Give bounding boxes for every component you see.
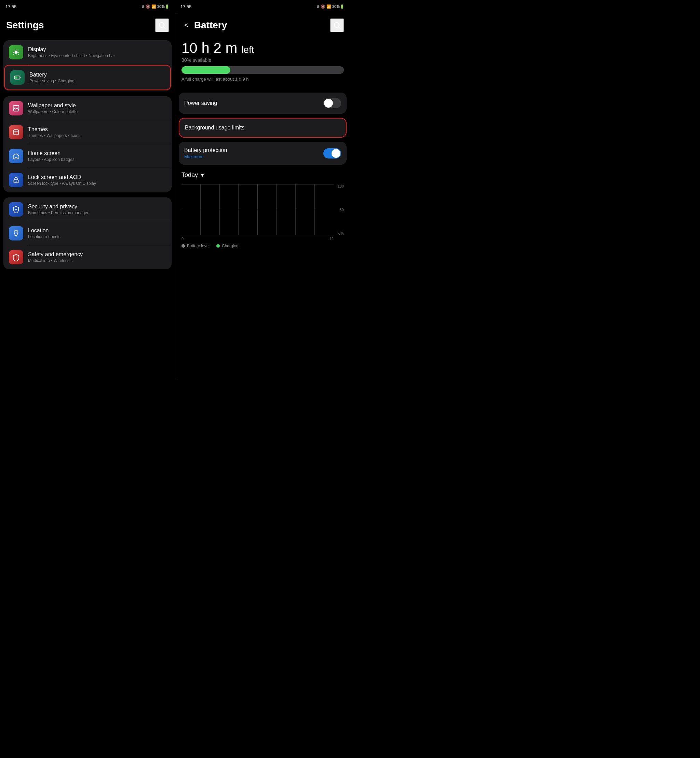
- lockscreen-subtitle: Screen lock type • Always On Display: [28, 181, 166, 186]
- chart-x-label-0: 0: [181, 237, 184, 241]
- settings-item-location[interactable]: Location Location requests: [3, 221, 172, 245]
- display-icon: [12, 48, 20, 56]
- battery-header-left: < Battery: [181, 19, 227, 31]
- chart-x-labels: 0 12: [181, 236, 344, 241]
- background-usage-item[interactable]: Background usage limits: [180, 119, 346, 137]
- battery-icon-bg: [10, 70, 25, 85]
- battery-title: Battery: [30, 72, 165, 78]
- svg-point-21: [16, 232, 17, 233]
- legend-dot-battery: [181, 244, 185, 248]
- background-usage-group: Background usage limits: [179, 118, 347, 138]
- back-button[interactable]: <: [181, 19, 191, 31]
- svg-line-10: [14, 54, 14, 55]
- battery-full-charge-text: A full charge will last about 1 d 9 h: [181, 76, 344, 82]
- display-icon-bg: [9, 45, 23, 59]
- themes-title: Themes: [28, 126, 166, 133]
- status-icons-right: ⊕ 🔇 📶 30%🔋: [317, 5, 345, 9]
- settings-item-display[interactable]: Display Brightness • Eye comfort shield …: [3, 40, 172, 64]
- themes-icon-bg: [9, 125, 23, 139]
- settings-search-button[interactable]: [155, 19, 169, 32]
- chart-x-label-12: 12: [330, 237, 334, 241]
- svg-point-24: [334, 23, 339, 27]
- today-label: Today: [181, 172, 198, 179]
- battery-percent-display: 30% available: [181, 58, 344, 63]
- today-chevron-icon[interactable]: ▼: [200, 173, 205, 178]
- svg-line-7: [14, 50, 14, 51]
- svg-line-8: [18, 54, 19, 55]
- battery-protection-group: Battery protection Maximum: [179, 142, 347, 165]
- settings-panel: Settings: [0, 13, 175, 379]
- chart-wrapper: 100 80 0% 0 12 Battery level: [181, 184, 344, 251]
- battery-protection-sublabel: Maximum: [184, 154, 227, 159]
- power-saving-label: Power saving: [184, 100, 217, 106]
- legend-label-battery: Battery level: [187, 243, 209, 248]
- display-subtitle: Brightness • Eye comfort shield • Naviga…: [28, 53, 166, 58]
- display-title: Display: [28, 47, 166, 53]
- safety-icon: [12, 253, 20, 261]
- settings-item-themes[interactable]: Themes Themes • Wallpapers • Icons: [3, 120, 172, 144]
- security-subtitle: Biometrics • Permission manager: [28, 211, 166, 215]
- themes-subtitle: Themes • Wallpapers • Icons: [28, 133, 166, 138]
- battery-protection-item[interactable]: Battery protection Maximum: [179, 142, 347, 165]
- lockscreen-icon: [12, 176, 20, 184]
- themes-icon: [12, 128, 20, 136]
- toggle-knob-protection: [331, 149, 341, 158]
- legend-label-charging: Charging: [222, 243, 239, 248]
- safety-title: Safety and emergency: [28, 251, 166, 257]
- status-bar-left: 17:55 ⊕ 🔇 📶 30%🔋: [0, 0, 175, 13]
- status-bar: 17:55 ⊕ 🔇 📶 30%🔋 17:55 ⊕ 🔇 📶 30%🔋: [0, 0, 350, 13]
- svg-line-1: [164, 27, 166, 29]
- lockscreen-title: Lock screen and AOD: [28, 174, 166, 180]
- homescreen-title: Home screen: [28, 150, 166, 156]
- svg-rect-12: [20, 77, 20, 78]
- settings-item-safety[interactable]: Safety and emergency Medical info • Wire…: [3, 245, 172, 269]
- safety-icon-bg: [9, 250, 23, 264]
- battery-title: Battery: [194, 20, 227, 31]
- battery-protection-label: Battery protection: [184, 147, 227, 153]
- settings-title: Settings: [6, 20, 44, 31]
- battery-item-text: Battery Power saving • Charging: [30, 72, 165, 83]
- search-icon: [158, 21, 166, 30]
- settings-header: Settings: [3, 13, 172, 40]
- battery-search-button[interactable]: [330, 19, 344, 32]
- legend-dot-charging: [216, 244, 220, 248]
- wallpaper-subtitle: Wallpapers • Colour palette: [28, 109, 166, 114]
- power-saving-item[interactable]: Power saving: [179, 92, 347, 114]
- battery-chart-svg: [181, 184, 334, 236]
- time-right: 17:55: [180, 4, 192, 9]
- settings-item-lockscreen[interactable]: Lock screen and AOD Screen lock type • A…: [3, 168, 172, 192]
- legend-charging: Charging: [216, 243, 239, 248]
- svg-point-20: [16, 181, 17, 182]
- location-item-text: Location Location requests: [28, 228, 166, 239]
- settings-item-battery[interactable]: Battery Power saving • Charging: [4, 65, 171, 90]
- battery-protection-toggle[interactable]: [323, 148, 341, 159]
- settings-item-wallpaper[interactable]: Wallpaper and style Wallpapers • Colour …: [3, 96, 172, 120]
- chart-legend: Battery level Charging: [181, 241, 344, 251]
- battery-bar-fill: [181, 66, 230, 74]
- homescreen-icon-bg: [9, 149, 23, 163]
- today-section: Today ▼: [179, 169, 347, 254]
- lockscreen-item-text: Lock screen and AOD Screen lock type • A…: [28, 174, 166, 186]
- battery-panel: < Battery 10 h 2 m left 30% available A …: [175, 13, 350, 379]
- settings-group-1: Display Brightness • Eye comfort shield …: [3, 40, 172, 91]
- power-saving-toggle[interactable]: [323, 98, 341, 108]
- security-title: Security and privacy: [28, 204, 166, 210]
- settings-item-security[interactable]: Security and privacy Biometrics • Permis…: [3, 197, 172, 221]
- homescreen-item-text: Home screen Layout • App icon badges: [28, 150, 166, 162]
- svg-rect-13: [15, 76, 17, 79]
- chart-y-labels: 100 80 0%: [334, 184, 344, 236]
- location-subtitle: Location requests: [28, 234, 166, 239]
- chart-y-label-80: 80: [340, 208, 344, 212]
- time-left: 17:55: [5, 4, 17, 9]
- security-icon-bg: [9, 202, 23, 217]
- settings-item-homescreen[interactable]: Home screen Layout • App icon badges: [3, 144, 172, 168]
- svg-point-2: [14, 51, 17, 54]
- battery-time-value: 10 h 2 m: [181, 40, 241, 56]
- battery-info-section: 10 h 2 m left 30% available A full charg…: [179, 40, 347, 92]
- toggle-knob-power-saving: [324, 99, 333, 108]
- safety-item-text: Safety and emergency Medical info • Wire…: [28, 251, 166, 263]
- homescreen-icon: [12, 152, 20, 160]
- svg-point-23: [16, 258, 16, 259]
- wallpaper-icon-bg: [9, 101, 23, 115]
- battery-time-display: 10 h 2 m left: [181, 40, 344, 56]
